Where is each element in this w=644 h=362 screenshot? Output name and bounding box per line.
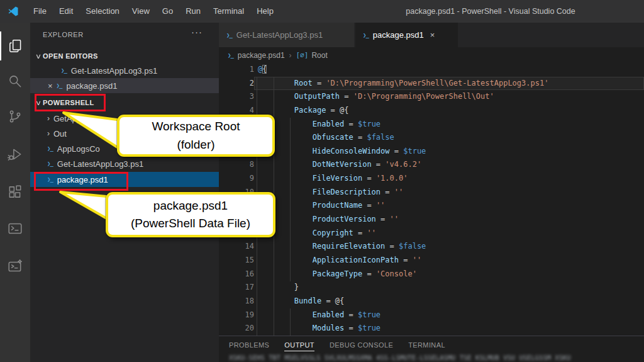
tab-output[interactable]: OUTPUT: [284, 338, 314, 351]
code-line[interactable]: 17 }: [219, 281, 644, 295]
workspace-root-label: POWERSHELL: [43, 99, 94, 106]
code-line[interactable]: 6 Obfuscate = $false: [219, 131, 644, 145]
code-line[interactable]: 13 Copyright = '': [219, 227, 644, 240]
code-line[interactable]: 18 Bundle = @{: [219, 295, 644, 308]
code-line[interactable]: 4 Package = @{: [219, 104, 644, 118]
line-number[interactable]: 14: [219, 240, 254, 254]
callout-workspace-root: Workspace Root (folder): [117, 115, 275, 157]
breadcrumb-symbol[interactable]: Root: [311, 51, 327, 60]
menu-file[interactable]: File: [27, 0, 53, 23]
workspace-section[interactable]: ∨ POWERSHELL: [30, 96, 219, 110]
window-title: package.psd1 - PowerShell - Visual Studi…: [349, 7, 632, 16]
menu-selection[interactable]: Selection: [79, 0, 125, 23]
code-editor[interactable]: 1@{2 Root = 'D:\Programming\PowerShell\G…: [219, 63, 644, 336]
powershell-session-icon[interactable]: [0, 214, 30, 243]
indent-guide: [290, 118, 291, 281]
code-text: Enabled = $true: [254, 308, 644, 322]
run-debug-icon[interactable]: [0, 140, 30, 169]
powershell-file-icon: ❯_: [57, 82, 62, 89]
bottom-panel: PROBLEMS OUTPUT DEBUG CONSOLE TERMINAL X…: [219, 336, 644, 362]
folder-label: GetAppLog: [53, 114, 95, 123]
line-number[interactable]: 16: [219, 268, 254, 281]
line-number[interactable]: 1: [219, 63, 254, 77]
powershell-new-session-icon[interactable]: [0, 252, 30, 281]
tree-file-package-psd1-selected[interactable]: ❯_ package.psd1: [30, 172, 219, 187]
line-number[interactable]: 20: [219, 322, 254, 336]
tree-file-getlatestapplog3[interactable]: ❯_ Get-LatestAppLog3.ps1: [30, 156, 219, 171]
explorer-icon[interactable]: [0, 31, 30, 60]
code-line[interactable]: 11 ProductName = '': [219, 199, 644, 213]
open-editor-item[interactable]: ❯_ Get-LatestAppLog3.ps1: [30, 63, 219, 78]
search-icon[interactable]: [0, 67, 30, 96]
code-line[interactable]: 10 FileDescription = '': [219, 186, 644, 200]
symbol-object-icon: [∅]: [296, 51, 309, 59]
line-number[interactable]: 18: [219, 295, 254, 308]
menu-go[interactable]: Go: [156, 0, 179, 23]
chevron-down-icon: ∨: [33, 52, 44, 60]
close-icon[interactable]: ×: [430, 30, 435, 40]
menu-edit[interactable]: Edit: [53, 0, 79, 23]
title-bar: File Edit Selection View Go Run Terminal…: [0, 0, 644, 23]
file-label: package.psd1: [57, 175, 108, 184]
menu-view[interactable]: View: [126, 0, 156, 23]
line-number[interactable]: 3: [219, 90, 254, 104]
code-lines: 1@{2 Root = 'D:\Programming\PowerShell\G…: [219, 63, 644, 336]
code-line[interactable]: 8 DotNetVersion = 'v4.6.2': [219, 158, 644, 172]
code-line[interactable]: 12 ProductVersion = '': [219, 213, 644, 227]
line-number[interactable]: 9: [219, 172, 254, 186]
code-line[interactable]: 19 Enabled = $true: [219, 308, 644, 322]
code-line[interactable]: 14 RequireElevation = $false: [219, 240, 644, 254]
tab-label: Get-LatestAppLog3.ps1: [236, 30, 323, 40]
tab-problems[interactable]: PROBLEMS: [229, 338, 269, 351]
code-line[interactable]: 16 PackageType = 'Console': [219, 268, 644, 281]
code-line[interactable]: 3 OutputPath = 'D:\Programming\PowerShel…: [219, 90, 644, 104]
breadcrumb: ❯_ package.psd1 › [∅] Root: [219, 47, 644, 63]
line-number[interactable]: 15: [219, 254, 254, 268]
tab-terminal[interactable]: TERMINAL: [408, 338, 445, 351]
powershell-file-icon: ❯_: [226, 32, 232, 38]
line-number[interactable]: 8: [219, 158, 254, 172]
code-text: Enabled = $true: [254, 118, 644, 132]
activity-bar: [0, 23, 30, 362]
extensions-icon[interactable]: [0, 178, 30, 206]
code-text: HideConsoleWindow = $true: [254, 145, 644, 159]
open-editor-label: Get-LatestAppLog3.ps1: [71, 66, 157, 76]
tab-package-psd1[interactable]: ❯_ package.psd1 ×: [355, 23, 458, 47]
breadcrumb-file[interactable]: package.psd1: [238, 51, 285, 60]
code-line[interactable]: 2 Root = 'D:\Programming\PowerShell\Get-…: [219, 77, 644, 91]
code-text: PackageType = 'Console': [254, 268, 644, 281]
menu-run[interactable]: Run: [179, 0, 207, 23]
code-text: DotNetVersion = 'v4.6.2': [254, 158, 644, 172]
line-number[interactable]: 19: [219, 308, 254, 322]
tab-debug-console[interactable]: DEBUG CONSOLE: [330, 338, 393, 351]
menu-terminal[interactable]: Terminal: [207, 0, 250, 23]
code-text: Package = @{: [254, 104, 644, 118]
powershell-file-icon: ❯_: [363, 32, 369, 38]
line-number[interactable]: 2: [219, 77, 254, 91]
open-editor-item-active[interactable]: × ❯_ package.psd1: [30, 78, 219, 93]
code-line[interactable]: 15 ApplicationIconPath = '': [219, 254, 644, 268]
chevron-right-icon: ›: [47, 129, 50, 138]
indent-guide: [290, 308, 291, 336]
code-line[interactable]: 7 HideConsoleWindow = $true: [219, 145, 644, 159]
code-text: FileDescription = '': [254, 186, 644, 200]
open-editors-label: OPEN EDITORS: [43, 52, 98, 60]
source-control-icon[interactable]: [0, 102, 30, 131]
close-icon[interactable]: ×: [48, 81, 53, 91]
more-actions-icon[interactable]: ···: [191, 26, 203, 37]
chevron-down-icon: ∨: [33, 99, 44, 107]
code-text: OutputPath = 'D:\Programming\PowerShell\…: [254, 90, 644, 104]
code-text: ProductVersion = '': [254, 213, 644, 227]
code-text: Copyright = '': [254, 227, 644, 240]
tab-get-latestapplog3[interactable]: ❯_ Get-LatestAppLog3.ps1: [219, 23, 354, 47]
code-line[interactable]: 9 FileVersion = '1.0.0': [219, 172, 644, 186]
code-line[interactable]: 1@{: [219, 63, 644, 77]
line-number[interactable]: 17: [219, 281, 254, 295]
code-line[interactable]: 5 Enabled = $true: [219, 118, 644, 132]
file-label: Get-LatestAppLog3.ps1: [57, 159, 143, 169]
explorer-header: EXPLORER: [30, 28, 219, 42]
menu-help[interactable]: Help: [250, 0, 280, 23]
code-line[interactable]: 20 Modules = $true: [219, 322, 644, 336]
open-editors-section[interactable]: ∨ OPEN EDITORS: [30, 49, 219, 63]
code-text: ApplicationIconPath = '': [254, 254, 644, 268]
